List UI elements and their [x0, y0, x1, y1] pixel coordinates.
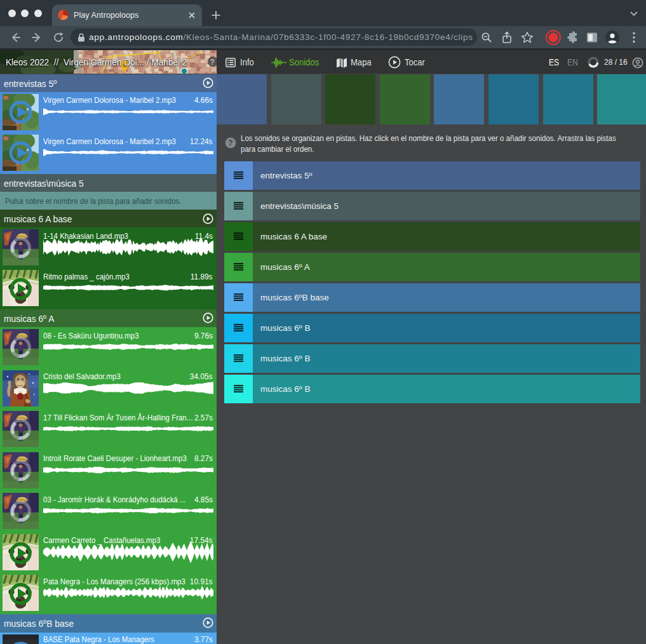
svg-text:?: ? [228, 138, 232, 147]
svg-text:?: ? [210, 58, 215, 67]
